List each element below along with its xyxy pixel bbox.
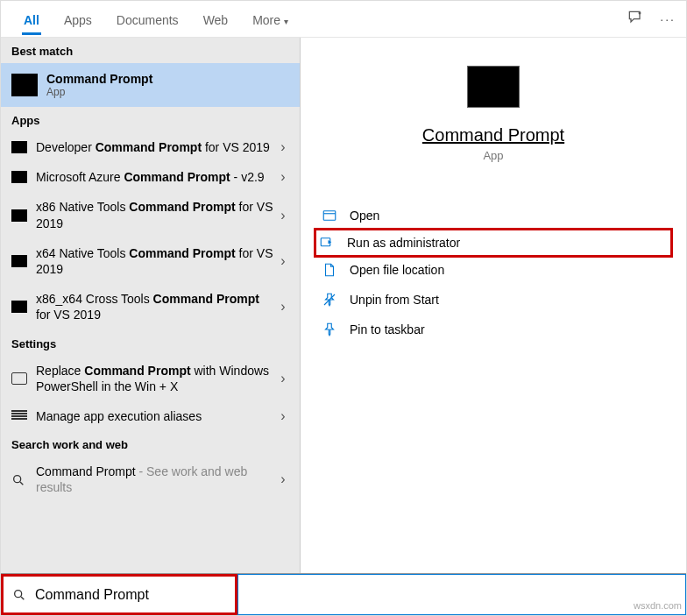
section-web: Search work and web — [1, 431, 300, 457]
results-panel: Best match Command Prompt App Apps Devel… — [1, 38, 301, 573]
feedback-icon[interactable] — [627, 9, 644, 29]
setting-replace-cmd[interactable]: Replace Command Prompt with Windows Powe… — [1, 356, 300, 401]
chevron-right-icon: › — [273, 253, 293, 269]
preview-subtitle: App — [316, 149, 670, 162]
app-thumbnail — [467, 66, 520, 108]
cmd-icon — [11, 255, 27, 267]
watermark: wsxdn.com — [634, 600, 682, 611]
chevron-right-icon: › — [273, 139, 293, 155]
section-best-match: Best match — [1, 38, 300, 63]
search-icon — [12, 588, 26, 602]
tab-documents[interactable]: Documents — [104, 4, 191, 34]
section-settings: Settings — [1, 330, 300, 356]
settings-icon — [11, 372, 27, 385]
search-bar-row — [1, 573, 686, 615]
taskbar-area — [237, 574, 686, 615]
best-match-title: Command Prompt — [46, 72, 152, 86]
search-box[interactable] — [1, 574, 237, 615]
tab-all[interactable]: All — [11, 4, 52, 34]
preview-title[interactable]: Command Prompt — [316, 125, 670, 145]
app-result[interactable]: x86_x64 Cross Tools Command Prompt for V… — [1, 284, 300, 329]
chevron-right-icon: › — [273, 208, 293, 223]
section-apps: Apps — [1, 107, 300, 132]
options-icon[interactable]: ··· — [660, 12, 676, 26]
svg-point-1 — [14, 476, 21, 483]
setting-exec-aliases[interactable]: Manage app execution aliases › — [1, 401, 300, 431]
preview-panel: Command Prompt App Open Run as administr… — [301, 38, 686, 573]
chevron-right-icon: › — [273, 408, 293, 424]
filter-tabs: All Apps Documents Web More▾ ··· — [1, 1, 686, 38]
action-open[interactable]: Open — [316, 201, 670, 230]
svg-point-0 — [639, 12, 641, 14]
chevron-right-icon: › — [273, 371, 293, 386]
action-run-admin[interactable]: Run as administrator — [314, 228, 673, 258]
cmd-icon — [11, 171, 27, 183]
aliases-icon — [11, 410, 27, 422]
best-match-subtitle: App — [46, 86, 152, 98]
chevron-right-icon: › — [273, 169, 293, 185]
action-open-location[interactable]: Open file location — [316, 255, 670, 285]
svg-line-7 — [21, 597, 24, 599]
svg-point-6 — [15, 590, 22, 597]
chevron-right-icon: › — [273, 471, 293, 487]
app-result[interactable]: x86 Native Tools Command Prompt for VS 2… — [1, 192, 300, 237]
search-icon — [11, 473, 27, 485]
tab-web[interactable]: Web — [191, 4, 241, 34]
tab-apps[interactable]: Apps — [52, 4, 104, 34]
svg-line-2 — [20, 482, 23, 485]
cmd-icon — [11, 209, 27, 222]
action-unpin-start[interactable]: Unpin from Start — [316, 285, 670, 315]
cmd-icon — [11, 141, 27, 153]
chevron-right-icon: › — [273, 299, 293, 315]
search-input[interactable] — [33, 586, 226, 604]
app-result[interactable]: Developer Command Prompt for VS 2019› — [1, 132, 300, 162]
action-pin-taskbar[interactable]: Pin to taskbar — [316, 315, 670, 344]
cmd-icon — [11, 74, 38, 96]
web-result[interactable]: Command Prompt - See work and web result… — [1, 457, 300, 502]
best-match-item[interactable]: Command Prompt App — [1, 63, 300, 107]
tab-more[interactable]: More▾ — [240, 4, 301, 34]
app-result[interactable]: Microsoft Azure Command Prompt - v2.9› — [1, 162, 300, 192]
app-result[interactable]: x64 Native Tools Command Prompt for VS 2… — [1, 238, 300, 284]
cmd-icon — [11, 301, 27, 313]
svg-rect-3 — [323, 211, 336, 221]
